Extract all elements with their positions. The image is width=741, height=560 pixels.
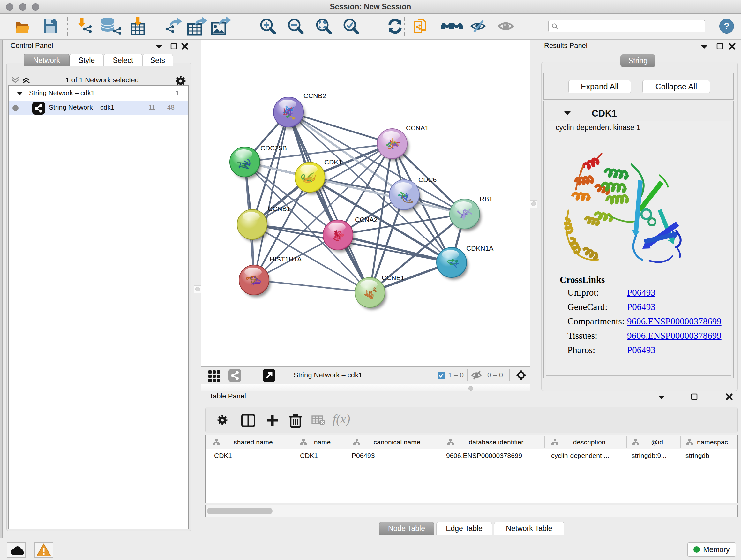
- svg-text:CCNE1: CCNE1: [382, 274, 404, 281]
- svg-text:CCNA1: CCNA1: [406, 124, 428, 132]
- svg-text:CCNB1: CCNB1: [268, 205, 290, 212]
- svg-text:CDK1: CDK1: [324, 159, 342, 166]
- svg-text:CDC25B: CDC25B: [260, 144, 287, 152]
- svg-text:CDC6: CDC6: [418, 176, 436, 183]
- svg-text:RB1: RB1: [480, 195, 493, 202]
- svg-text:CCNA2: CCNA2: [355, 216, 378, 223]
- svg-text:CCNB2: CCNB2: [304, 92, 326, 99]
- svg-text:HIST1H1A: HIST1H1A: [270, 255, 301, 263]
- svg-text:CDKN1A: CDKN1A: [466, 245, 493, 252]
